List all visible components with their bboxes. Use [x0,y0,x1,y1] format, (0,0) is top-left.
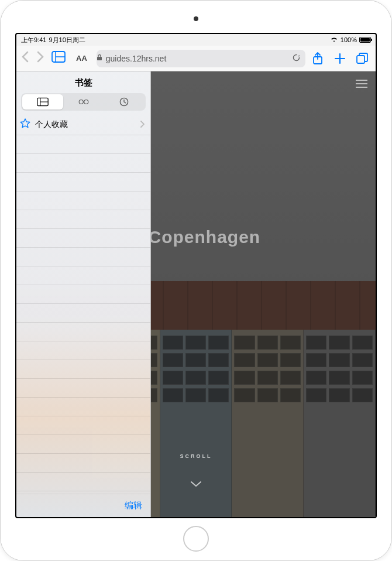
svg-point-5 [79,100,83,104]
ipad-frame: 上午9:41 9月10日周二 100% [0,0,392,561]
list-item [16,266,150,285]
list-item [16,398,150,416]
bookmarks-button[interactable] [48,51,69,66]
svg-rect-3 [357,56,365,63]
sidebar-title: 书签 [16,71,150,93]
forward-button[interactable] [36,51,44,66]
list-item [16,154,150,173]
list-item [16,341,150,360]
text-size-button[interactable]: AA [73,54,91,63]
segmented-control [21,93,146,111]
tabs-button[interactable] [356,52,369,65]
share-button[interactable] [311,52,324,65]
list-item [16,285,150,304]
home-button[interactable] [183,526,209,552]
address-bar[interactable]: guides.12hrs.net [97,50,305,67]
list-item [16,135,150,154]
url-text: guides.12hrs.net [106,54,167,63]
list-item [16,473,150,491]
favorites-label: 个人收藏 [35,119,68,130]
bookmark-list[interactable]: 个人收藏 [16,114,150,494]
camera-dot [194,16,198,21]
list-item [16,454,150,473]
status-date: 9月10日周二 [49,36,85,45]
svg-point-6 [84,100,88,104]
list-item [16,360,150,379]
tab-history[interactable] [104,94,145,110]
list-item [16,248,150,266]
back-button[interactable] [21,51,29,66]
chevron-down-icon[interactable] [190,480,202,490]
chevron-right-icon [140,120,145,129]
wifi-icon [330,36,338,43]
safari-toolbar: AA guides.12hrs.net [16,46,376,71]
list-item [16,210,150,229]
list-item [16,304,150,323]
tab-reading-list[interactable] [63,94,104,110]
battery-icon [359,37,371,43]
svg-rect-1 [97,57,102,60]
list-item [16,173,150,191]
content-area: n Copenhagen SCROLL 书签 [16,71,376,517]
battery-pct: 100% [341,36,357,43]
list-item [16,379,150,398]
screen: 上午9:41 9月10日周二 100% [15,33,377,518]
edit-button[interactable]: 编辑 [125,500,142,511]
list-item [16,229,150,248]
favorites-row[interactable]: 个人收藏 [16,114,150,135]
tab-bookmarks[interactable] [22,94,63,110]
list-item [16,323,150,341]
new-tab-button[interactable] [333,52,346,65]
star-icon [20,118,30,131]
list-item [16,416,150,435]
lock-icon [97,54,102,63]
status-bar: 上午9:41 9月10日周二 100% [16,34,376,46]
list-item [16,435,150,454]
hamburger-icon[interactable] [356,80,367,88]
list-item [16,191,150,210]
sidebar-footer: 编辑 [16,494,150,517]
status-time: 上午9:41 [21,36,46,45]
bookmarks-sidebar: 书签 [16,71,151,517]
reload-icon[interactable] [292,53,301,64]
